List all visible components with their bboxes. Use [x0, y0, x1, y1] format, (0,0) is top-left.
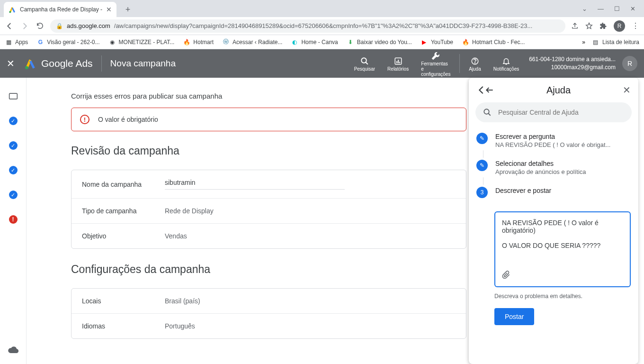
bookmark-item[interactable]: 🔥Hotmart Club - Fec... [462, 38, 525, 46]
reading-list[interactable]: ▤Lista de leitura [592, 38, 639, 46]
review-card: Nome da campanha sibutramin Tipo de camp… [71, 170, 466, 249]
google-icon: G [36, 38, 44, 46]
label: Locais [82, 297, 165, 305]
fix-errors-heading: Corrija esses erros para publicar sua ca… [71, 92, 466, 100]
post-textarea[interactable]: NA REVISÃO PEDE ( ! O valor é obrigatóri… [494, 211, 631, 287]
help-title: Ajuda [494, 85, 623, 96]
reports-button[interactable]: Relatórios [381, 56, 415, 72]
help-search-input[interactable] [498, 109, 624, 116]
share-icon[interactable] [571, 22, 579, 30]
svg-point-12 [474, 63, 475, 63]
hotmart-icon: 🔥 [462, 38, 469, 46]
close-campaign-icon[interactable]: ✕ [7, 58, 15, 69]
help-icon [471, 56, 479, 66]
canva-icon: ◐ [291, 38, 298, 46]
step-write-question[interactable]: ✎ Escrever a pergunta NA REVISÃO PEDE ( … [476, 130, 631, 151]
rail-cloud-icon[interactable] [7, 343, 19, 355]
account-avatar[interactable]: R [622, 56, 637, 71]
search-icon [360, 56, 369, 66]
help-search[interactable] [475, 102, 632, 122]
help-close-icon[interactable]: ✕ [623, 84, 631, 96]
error-icon: ! [9, 215, 18, 224]
bookmarks-bar: ▦Apps GVisão geral - 262-0... ◉MONETIZZE… [0, 35, 644, 49]
tab-bar: Campanha da Rede de Display - ✕ + ⌄ ― ☐ … [0, 0, 644, 17]
rail-step-complete[interactable]: ✓ [7, 115, 19, 127]
back-arrow-icon[interactable] [485, 85, 494, 95]
rail-step-complete[interactable]: ✓ [7, 164, 19, 176]
separator [101, 55, 102, 72]
attachment-icon[interactable] [502, 270, 510, 280]
search-icon [483, 108, 492, 117]
rail-overview-icon[interactable] [7, 90, 19, 102]
rail-step-complete[interactable]: ✓ [7, 189, 19, 201]
label: Nome da campanha [82, 181, 165, 188]
search-button[interactable]: Pesquisar [348, 56, 381, 72]
google-ads-logo[interactable]: Google Ads [24, 57, 93, 70]
row-locations[interactable]: Locais Brasil (país) [72, 289, 466, 313]
url-field[interactable]: 🔒 ads.google.com/aw/campaigns/new/displa… [50, 19, 565, 33]
settings-card: Locais Brasil (país) Idiomas Português [71, 288, 466, 339]
error-banner[interactable]: ! O valor é obrigatório [71, 108, 466, 131]
svg-point-6 [361, 58, 367, 63]
menu-icon[interactable]: ⋮ [632, 21, 639, 30]
check-icon: ✓ [9, 141, 18, 150]
star-icon[interactable] [585, 22, 593, 30]
reload-icon[interactable] [35, 21, 45, 31]
svg-rect-9 [398, 60, 399, 64]
profile-avatar[interactable]: R [614, 20, 625, 32]
value: Brasil (país) [165, 297, 200, 305]
window-controls: ⌄ ― ☐ ✕ [582, 5, 644, 12]
bookmark-item[interactable]: ⓦAcessar ‹ Radiate... [222, 38, 282, 46]
hotmart-icon: 🔥 [183, 38, 190, 46]
bookmarks-overflow-icon[interactable]: » [582, 39, 585, 46]
post-text-content: NA REVISÃO PEDE ( ! O valor é obrigatóri… [502, 219, 623, 266]
url-path: /aw/campaigns/new/display?campaignId=281… [114, 22, 532, 29]
reading-list-icon: ▤ [592, 38, 599, 46]
window-close-icon[interactable]: ✕ [630, 5, 635, 12]
row-campaign-type[interactable]: Tipo de campanha Rede de Display [72, 198, 466, 223]
minimize-icon[interactable]: ― [598, 5, 604, 12]
help-body: ✎ Escrever a pergunta NA REVISÃO PEDE ( … [469, 130, 638, 364]
notifications-button[interactable]: Notificações [487, 56, 525, 72]
maximize-icon[interactable]: ☐ [614, 5, 620, 12]
row-objective[interactable]: Objetivo Vendas [72, 223, 466, 248]
page-title: Nova campanha [110, 58, 176, 69]
back-icon[interactable] [5, 21, 14, 31]
monetizze-icon: ◉ [108, 38, 116, 46]
bookmark-item[interactable]: GVisão geral - 262-0... [36, 38, 99, 46]
browser-tab[interactable]: Campanha da Rede de Display - ✕ [4, 2, 116, 17]
browser-chrome: Campanha da Rede de Display - ✕ + ⌄ ― ☐ … [0, 0, 644, 49]
bookmark-item[interactable]: ▶YouTube [420, 38, 453, 46]
account-info[interactable]: 661-004-1280 domine a ansieda... 10000ma… [529, 55, 616, 72]
forward-icon [20, 21, 29, 31]
bookmark-item[interactable]: ⬇Baixar video do You... [347, 38, 412, 46]
step-connector: │ [482, 178, 631, 184]
address-bar-actions: R ⋮ [571, 20, 639, 32]
value: Português [165, 322, 195, 330]
svg-point-14 [484, 109, 489, 114]
apps-shortcut[interactable]: ▦Apps [5, 38, 28, 46]
new-tab-button[interactable]: + [121, 3, 134, 16]
rail-step-error[interactable]: ! [7, 213, 19, 226]
tools-button[interactable]: Ferramentas e configurações [415, 51, 456, 77]
value: Rede de Display [165, 207, 214, 215]
rail-step-complete[interactable]: ✓ [7, 139, 19, 152]
campaign-name-input[interactable]: sibutramin [165, 179, 345, 190]
error-icon: ! [80, 115, 89, 124]
row-languages[interactable]: Idiomas Português [72, 313, 466, 338]
bookmark-item[interactable]: ◉MONETIZZE - PLAT... [108, 38, 175, 46]
label: Idiomas [82, 322, 165, 330]
bookmark-item[interactable]: 🔥Hotmart [183, 38, 214, 46]
tab-close-icon[interactable]: ✕ [106, 6, 112, 13]
svg-point-5 [25, 66, 28, 69]
bookmark-item[interactable]: ◐Home - Canva [291, 38, 338, 46]
lock-icon: 🔒 [56, 23, 63, 29]
post-button[interactable]: Postar [494, 308, 534, 325]
help-button[interactable]: Ajuda [463, 56, 487, 72]
dropdown-chevron-icon[interactable]: ⌄ [582, 5, 587, 12]
step-select-details[interactable]: ✎ Selecionar detalhes Aprovação de anúnc… [476, 157, 631, 178]
extensions-icon[interactable] [599, 22, 607, 30]
wordpress-icon: ⓦ [222, 38, 230, 46]
label: Tipo de campanha [82, 207, 165, 215]
row-campaign-name[interactable]: Nome da campanha sibutramin [72, 170, 466, 198]
